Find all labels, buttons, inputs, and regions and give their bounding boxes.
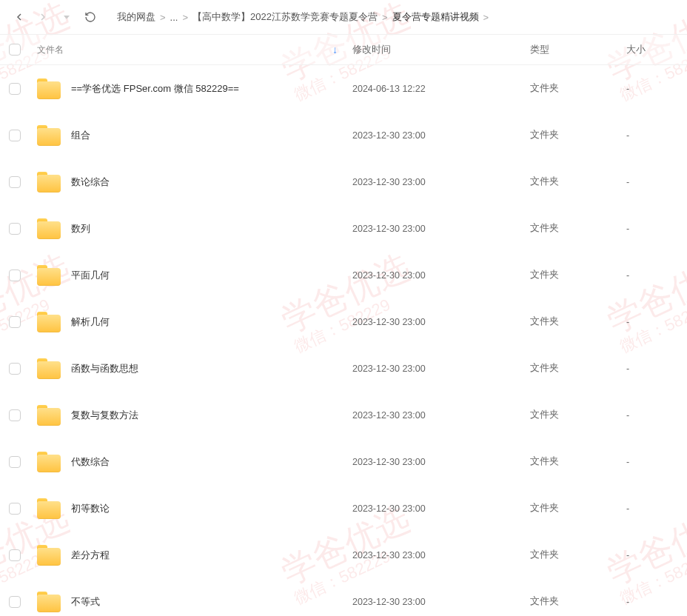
- file-name[interactable]: 代数综合: [71, 455, 110, 469]
- file-name[interactable]: 数论综合: [71, 175, 110, 189]
- svg-marker-0: [64, 16, 70, 19]
- column-date-header[interactable]: 修改时间: [352, 44, 530, 56]
- file-date: 2023-12-30 23:00: [352, 317, 530, 327]
- folder-icon: [37, 218, 61, 239]
- table-row[interactable]: 组合 2023-12-30 23:00 文件夹 -: [0, 112, 687, 158]
- file-type: 文件夹: [530, 455, 626, 468]
- file-name[interactable]: 解析几何: [71, 315, 110, 329]
- column-name-header[interactable]: 文件名 ↓: [37, 44, 352, 56]
- file-type: 文件夹: [530, 595, 626, 608]
- file-date: 2023-12-30 23:00: [352, 364, 530, 374]
- file-date: 2023-12-30 23:00: [352, 177, 530, 187]
- folder-icon: [37, 545, 61, 566]
- sort-arrow-down-icon: ↓: [332, 44, 338, 56]
- file-type: 文件夹: [530, 222, 626, 235]
- folder-icon: [37, 172, 61, 192]
- file-type: 文件夹: [530, 409, 626, 421]
- table-row[interactable]: 复数与复数方法 2023-12-30 23:00 文件夹 -: [0, 392, 687, 438]
- file-name[interactable]: 复数与复数方法: [71, 409, 138, 422]
- row-checkbox[interactable]: [9, 270, 21, 281]
- folder-icon: [37, 312, 61, 332]
- file-type: 文件夹: [530, 129, 626, 141]
- table-row[interactable]: ==学爸优选 FPSer.com 微信 582229== 2024-06-13 …: [0, 65, 687, 112]
- chevron-right-icon: >: [182, 12, 188, 23]
- table-row[interactable]: 函数与函数思想 2023-12-30 23:00 文件夹 -: [0, 345, 687, 392]
- row-checkbox[interactable]: [9, 176, 21, 188]
- folder-icon: [37, 78, 61, 99]
- file-type: 文件夹: [530, 315, 626, 328]
- table-row[interactable]: 差分方程 2023-12-30 23:00 文件夹 -: [0, 532, 687, 578]
- file-date: 2023-12-30 23:00: [352, 270, 530, 281]
- folder-icon: [37, 405, 61, 426]
- row-checkbox[interactable]: [9, 409, 21, 421]
- folder-icon: [37, 452, 61, 472]
- file-size: -: [626, 410, 678, 421]
- file-size: -: [626, 317, 678, 327]
- table-row[interactable]: 数列 2023-12-30 23:00 文件夹 -: [0, 205, 687, 252]
- file-size: -: [626, 597, 678, 607]
- folder-icon: [37, 125, 61, 146]
- table-row[interactable]: 不等式 2023-12-30 23:00 文件夹 -: [0, 578, 687, 616]
- row-checkbox[interactable]: [9, 83, 21, 95]
- breadcrumb-current[interactable]: 夏令营专题精讲视频: [392, 10, 479, 24]
- file-date: 2023-12-30 23:00: [352, 550, 530, 560]
- select-all-checkbox[interactable]: [9, 44, 21, 56]
- file-size: -: [626, 550, 678, 560]
- row-checkbox[interactable]: [9, 130, 21, 141]
- back-button[interactable]: [9, 7, 30, 27]
- file-size: -: [626, 130, 678, 141]
- file-name[interactable]: ==学爸优选 FPSer.com 微信 582229==: [71, 82, 239, 96]
- file-name[interactable]: 不等式: [71, 595, 100, 609]
- file-list: ==学爸优选 FPSer.com 微信 582229== 2024-06-13 …: [0, 65, 687, 616]
- row-checkbox[interactable]: [9, 316, 21, 328]
- file-size: -: [626, 177, 678, 187]
- file-size: -: [626, 270, 678, 281]
- table-row[interactable]: 数论综合 2023-12-30 23:00 文件夹 -: [0, 158, 687, 205]
- file-date: 2023-12-30 23:00: [352, 457, 530, 467]
- row-checkbox[interactable]: [9, 503, 21, 515]
- refresh-button[interactable]: [80, 7, 101, 27]
- chevron-right-icon: >: [483, 12, 489, 23]
- table-row[interactable]: 初等数论 2023-12-30 23:00 文件夹 -: [0, 485, 687, 532]
- column-size-header[interactable]: 大小: [626, 44, 678, 56]
- file-name[interactable]: 初等数论: [71, 502, 110, 515]
- breadcrumb-mid[interactable]: 【高中数学】2022江苏数学竞赛专题夏令营: [192, 10, 378, 24]
- file-date: 2023-12-30 23:00: [352, 503, 530, 514]
- chevron-right-icon: >: [382, 12, 388, 23]
- file-type: 文件夹: [530, 82, 626, 95]
- file-date: 2023-12-30 23:00: [352, 224, 530, 234]
- file-size: -: [626, 84, 678, 94]
- row-checkbox[interactable]: [9, 223, 21, 235]
- file-size: -: [626, 224, 678, 234]
- file-name[interactable]: 平面几何: [71, 269, 110, 282]
- row-checkbox[interactable]: [9, 596, 21, 608]
- file-name[interactable]: 差分方程: [71, 549, 110, 562]
- folder-icon: [37, 358, 61, 379]
- row-checkbox[interactable]: [9, 363, 21, 375]
- file-type: 文件夹: [530, 549, 626, 561]
- breadcrumb-ellipsis[interactable]: ...: [170, 12, 178, 23]
- file-type: 文件夹: [530, 502, 626, 515]
- file-name[interactable]: 函数与函数思想: [71, 362, 138, 375]
- history-dropdown-button[interactable]: [56, 7, 77, 27]
- folder-icon: [37, 592, 61, 612]
- file-size: -: [626, 457, 678, 467]
- breadcrumb: 我的网盘 > ... > 【高中数学】2022江苏数学竞赛专题夏令营 > 夏令营…: [117, 10, 489, 24]
- table-row[interactable]: 解析几何 2023-12-30 23:00 文件夹 -: [0, 298, 687, 345]
- row-checkbox[interactable]: [9, 549, 21, 561]
- file-type: 文件夹: [530, 175, 626, 188]
- chevron-right-icon: >: [160, 12, 166, 23]
- forward-button[interactable]: [33, 7, 53, 27]
- file-size: -: [626, 364, 678, 374]
- column-type-header[interactable]: 类型: [530, 44, 626, 56]
- table-header: 文件名 ↓ 修改时间 类型 大小: [0, 34, 687, 65]
- table-row[interactable]: 代数综合 2023-12-30 23:00 文件夹 -: [0, 438, 687, 485]
- table-row[interactable]: 平面几何 2023-12-30 23:00 文件夹 -: [0, 252, 687, 298]
- file-name[interactable]: 数列: [71, 222, 90, 235]
- file-date: 2023-12-30 23:00: [352, 597, 530, 607]
- file-date: 2024-06-13 12:22: [352, 84, 530, 94]
- toolbar: 我的网盘 > ... > 【高中数学】2022江苏数学竞赛专题夏令营 > 夏令营…: [0, 0, 687, 34]
- breadcrumb-root[interactable]: 我的网盘: [117, 10, 155, 24]
- row-checkbox[interactable]: [9, 456, 21, 468]
- file-name[interactable]: 组合: [71, 129, 90, 142]
